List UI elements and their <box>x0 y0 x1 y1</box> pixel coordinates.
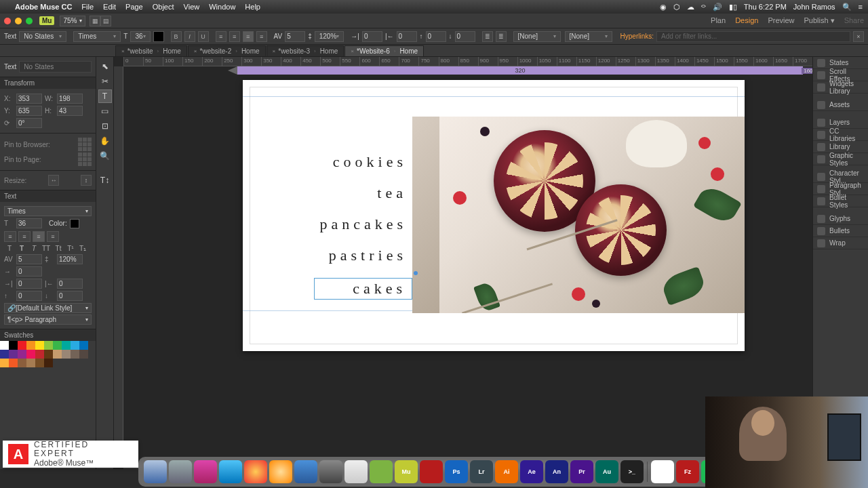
font-size-dropdown[interactable]: 36 <box>130 31 150 42</box>
x-input[interactable]: 353 <box>16 94 42 104</box>
dock-app[interactable] <box>169 460 192 483</box>
volume-icon[interactable]: 🔊 <box>713 3 722 12</box>
vtext-tool[interactable]: T↕ <box>98 174 112 187</box>
swatch[interactable] <box>26 350 35 359</box>
swatch[interactable] <box>44 359 53 367</box>
y-input[interactable]: 635 <box>16 106 42 116</box>
rp-bullet-styles[interactable]: Bullet Styles <box>813 195 868 207</box>
lp-leading[interactable]: 120% <box>57 254 83 264</box>
menu-file[interactable]: File <box>81 3 94 11</box>
text-color-well[interactable] <box>153 31 164 42</box>
hyperlink-clear[interactable]: × <box>853 31 864 42</box>
dock-app[interactable]: Au <box>595 460 618 483</box>
zoom-select[interactable]: 75% <box>60 16 85 26</box>
lp-color-well[interactable] <box>70 219 79 228</box>
dock-app[interactable]: Fz <box>676 460 699 483</box>
left-states-dropdown[interactable]: No States <box>19 61 92 73</box>
text-tool[interactable]: T <box>98 89 112 103</box>
crop-tool[interactable]: ✂ <box>98 75 112 88</box>
h-input[interactable]: 43 <box>57 106 83 116</box>
doc-tab[interactable]: ×*website›Home <box>115 45 187 56</box>
swatch[interactable] <box>53 341 62 350</box>
close-window[interactable] <box>4 18 11 24</box>
rect-tool[interactable]: ▭ <box>98 104 112 118</box>
lp-lm[interactable]: 0 <box>16 279 42 289</box>
lp-letter[interactable]: 5 <box>16 254 42 264</box>
nav-tea[interactable]: tea <box>377 184 412 202</box>
dock-app[interactable]: Mu <box>395 460 418 483</box>
dock-app[interactable]: Ae <box>520 460 543 483</box>
dock-app[interactable]: An <box>545 460 568 483</box>
pin-page-grid[interactable] <box>78 152 92 166</box>
underline-button[interactable]: U <box>198 31 209 42</box>
tt-sup[interactable]: T¹ <box>65 245 76 252</box>
lindent-input[interactable]: 0 <box>362 31 382 42</box>
swatch[interactable] <box>26 359 35 367</box>
nav-cakes-selected[interactable]: cakes <box>314 278 412 300</box>
doc-tab[interactable]: ×*website-2›Home <box>188 45 266 56</box>
swatch[interactable] <box>0 350 9 359</box>
mode-share[interactable]: Share <box>844 16 864 25</box>
leading-dropdown[interactable]: 120% <box>315 31 344 42</box>
swatch[interactable] <box>79 350 88 359</box>
swatch[interactable] <box>0 359 9 367</box>
font-dropdown[interactable]: Times <box>73 31 121 42</box>
swatch[interactable] <box>18 341 26 350</box>
swatch[interactable] <box>18 359 26 367</box>
nav-pancakes[interactable]: pancakes <box>319 216 412 233</box>
bp-handle-left[interactable] <box>228 66 237 75</box>
view-icon[interactable]: ▦ <box>90 16 100 26</box>
swatch[interactable] <box>62 341 71 350</box>
swatch[interactable] <box>9 341 18 350</box>
align-left-button[interactable]: ≡ <box>216 31 226 42</box>
lp-align-c[interactable]: ≡ <box>18 231 31 242</box>
zoom-tool[interactable]: 🔍 <box>98 149 112 163</box>
app-name[interactable]: Adobe Muse CC <box>15 3 72 11</box>
doc-tab[interactable]: ×*website-3›Home <box>267 45 344 56</box>
rindent-input[interactable]: 0 <box>397 31 417 42</box>
clock[interactable]: Thu 6:22 PM <box>744 3 787 11</box>
dock-app[interactable] <box>219 460 242 483</box>
minimize-window[interactable] <box>15 18 22 24</box>
mode-preview[interactable]: Preview <box>768 16 794 25</box>
lp-sb[interactable]: 0 <box>16 291 42 301</box>
hyperlinks-field[interactable]: Add or filter links... <box>656 31 850 42</box>
dock-app[interactable] <box>269 460 292 483</box>
dock-app[interactable] <box>370 460 393 483</box>
dock-app[interactable] <box>344 460 368 483</box>
dock-app[interactable] <box>651 460 674 483</box>
resize-v-icon[interactable]: ↕ <box>81 175 92 186</box>
rp-wrap[interactable]: Wrap <box>813 237 868 249</box>
lp-align-l[interactable]: ≡ <box>4 231 16 242</box>
dock-app[interactable] <box>244 460 267 483</box>
spbefore-input[interactable]: 0 <box>426 31 446 42</box>
swatch[interactable] <box>35 350 44 359</box>
menu-help[interactable]: Help <box>245 3 260 11</box>
swatch[interactable] <box>71 350 79 359</box>
view-icon-2[interactable]: ▤ <box>100 16 111 26</box>
mode-plan[interactable]: Plan <box>711 16 726 25</box>
spafter-input[interactable]: 0 <box>455 31 475 42</box>
swatch[interactable] <box>18 350 26 359</box>
lp-rm[interactable]: 0 <box>57 279 83 289</box>
battery-icon[interactable]: ▮▯ <box>729 3 737 12</box>
align-right-button[interactable]: ≡ <box>243 31 254 42</box>
lp-sa[interactable]: 0 <box>57 291 83 301</box>
mode-publish[interactable]: Publish ▾ <box>804 16 835 25</box>
swatch[interactable] <box>26 341 35 350</box>
notif-icon[interactable]: ≡ <box>859 3 863 11</box>
swatch[interactable] <box>35 359 44 367</box>
swatch[interactable] <box>53 350 62 359</box>
search-icon[interactable]: 🔍 <box>842 3 852 12</box>
menu-view[interactable]: View <box>184 3 200 11</box>
dock-app[interactable] <box>294 460 317 483</box>
tt-bold[interactable]: T <box>16 245 27 252</box>
align-justify-button[interactable]: ≡ <box>256 31 267 42</box>
swatch[interactable] <box>71 341 79 350</box>
letter-spacing-input[interactable]: 5 <box>285 31 305 42</box>
dock-app[interactable] <box>420 460 443 483</box>
charstyle-dropdown[interactable]: [None] <box>565 31 612 42</box>
swatch[interactable] <box>0 341 9 350</box>
swatch[interactable] <box>44 341 53 350</box>
breakpoint-bar[interactable]: 320 1600 <box>237 66 803 75</box>
